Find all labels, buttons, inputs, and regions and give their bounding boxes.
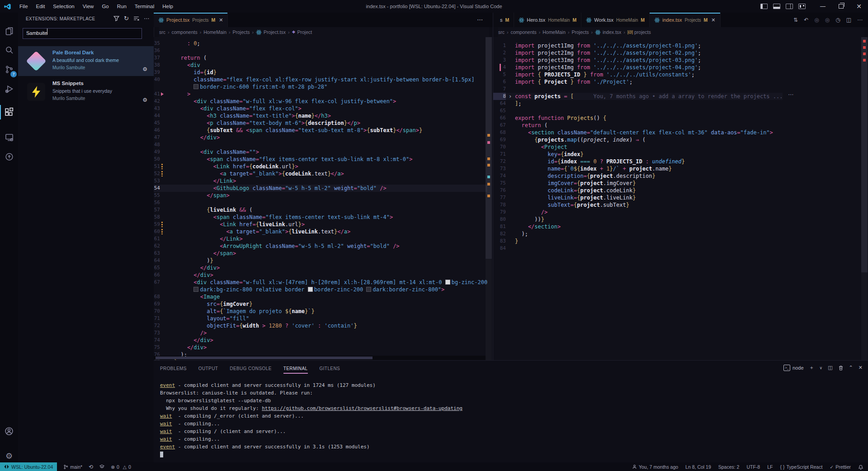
inline-more-indicator[interactable]: ⋯ <box>788 91 793 98</box>
terminal-profile[interactable]: >_node <box>783 365 803 371</box>
remote-indicator[interactable]: WSL: Ubuntu-22.04 <box>0 462 57 471</box>
code-line[interactable]: 44 <h3 className="text-title">{name}</h3… <box>154 112 487 119</box>
maximize-panel-icon[interactable]: ⌃ <box>849 365 853 371</box>
code-line[interactable]: 60 <a target="_blank">{liveLink.text}</a… <box>154 228 487 235</box>
split-editor-icon[interactable]: ◫ <box>846 17 851 23</box>
panel-tab-gitlens[interactable]: GITLENS <box>320 366 340 374</box>
scrollbar-right-editor[interactable] <box>861 37 868 361</box>
code-line[interactable]: 43 <div className="flex flex-col"> <box>154 105 487 112</box>
code-line[interactable]: 53 </Link> <box>154 177 487 185</box>
code-line[interactable]: 46 {subText && <span className="text-sub… <box>154 127 487 134</box>
code-line[interactable]: 59 <Link href={liveLink.url}> <box>154 221 487 228</box>
indentation-status[interactable]: Spaces: 2 <box>718 464 740 470</box>
code-line[interactable]: 37 return ( <box>154 54 487 62</box>
code-line[interactable]: 51 <Link href={codeLink.url}> <box>154 163 487 170</box>
code-line[interactable]: border-zinc-600 first:mt-0 mt-28 pb-28" <box>154 83 487 90</box>
run-debug-icon[interactable] <box>0 80 18 98</box>
menu-item-go[interactable]: Go <box>98 0 113 13</box>
tab-index-tsx[interactable]: index.tsxProjectsM✕ <box>650 13 721 27</box>
menu-item-view[interactable]: View <box>79 0 98 13</box>
gitlens-icon[interactable] <box>0 147 18 166</box>
tab-close-icon[interactable]: ✕ <box>711 17 715 23</box>
toggle-secondary-sidebar-icon[interactable] <box>786 4 793 9</box>
extensions-icon[interactable] <box>0 103 18 121</box>
code-line[interactable]: 75 imgCover={project.imgCover} <box>493 180 783 187</box>
code-line[interactable]: 80 ))} <box>493 216 783 223</box>
extension-item-ms-snippets[interactable]: MS Snippets Snippets that i use everyday… <box>18 77 154 107</box>
code-line[interactable]: 69 src={imgCover} <box>154 300 487 308</box>
code-line[interactable]: 5import { PROJECTS_ID } from '../../../u… <box>493 71 783 78</box>
code-line[interactable]: 45 <p className="text-body mt-6">{descri… <box>154 119 487 127</box>
code-line[interactable]: 62 <ArrowUpRight className="w-5 h-5 ml-2… <box>154 243 487 250</box>
tab-hero-tsx[interactable]: Hero.tsxHomeMainM <box>514 13 581 27</box>
code-line[interactable]: 56 <box>154 199 487 206</box>
eol-status[interactable]: LF <box>767 464 773 470</box>
code-line[interactable]: 82 ); <box>493 230 783 238</box>
remote-explorer-icon[interactable] <box>0 128 18 146</box>
close-panel-icon[interactable]: ✕ <box>859 365 863 371</box>
code-line[interactable]: 64 )} <box>154 257 487 264</box>
extensions-search-input[interactable]: Sambuite <box>23 28 142 39</box>
panel-tab-output[interactable]: OUTPUT <box>198 366 218 374</box>
toggle-sidebar-icon[interactable] <box>760 4 768 9</box>
branch-status[interactable]: main* <box>63 464 82 470</box>
breadcrumb-item-projects[interactable]: Projects <box>571 29 589 35</box>
extension-item-pale-boreal-dark[interactable]: Pale Boreal Dark A beautiful and cool da… <box>18 46 154 76</box>
code-line[interactable]: 38 <div <box>154 62 487 69</box>
search-icon[interactable] <box>0 41 18 59</box>
code-line[interactable]: 73 /> <box>154 329 487 337</box>
formatter-status[interactable]: ✓Prettier <box>830 464 851 470</box>
breadcrumb-item-src[interactable]: src <box>498 29 505 35</box>
more-actions-icon[interactable]: ⋯ <box>144 15 149 22</box>
panel-tab-problems[interactable]: PROBLEMS <box>160 366 187 374</box>
breadcrumb-item-components[interactable]: components <box>172 29 198 35</box>
code-line[interactable]: 84 <box>493 245 783 252</box>
kill-terminal-icon[interactable] <box>838 365 844 371</box>
next-change-icon[interactable]: ◎ <box>825 17 830 23</box>
split-terminal-icon[interactable]: ◫ <box>828 365 832 371</box>
code-line[interactable]: 66export function Projects() { <box>493 114 783 122</box>
code-line[interactable]: 4import project4Img from '../../../asset… <box>493 64 783 71</box>
extension-manage-gear-icon[interactable]: ⚙ <box>142 66 147 72</box>
code-line[interactable]: 66 </div> <box>154 271 487 279</box>
code-line[interactable]: 67 <div className="w-full xl:w-[47rem] h… <box>154 279 487 286</box>
breadcrumb-item-projects[interactable]: Projects <box>232 29 250 35</box>
layers-status[interactable] <box>99 464 104 469</box>
code-line[interactable]: 83} <box>493 238 783 245</box>
menu-item-file[interactable]: File <box>15 0 32 13</box>
code-line[interactable]: 72 id={index === 0 ? PROJECTS_ID : undef… <box>493 158 783 165</box>
tab-work-tsx[interactable]: Work.tsxHomeMainM <box>581 13 650 27</box>
code-line[interactable]: 78 subText={project.subText} <box>493 201 783 209</box>
cursor-position-status[interactable]: Ln 8, Col 19 <box>685 464 711 470</box>
refresh-icon[interactable]: ↻ <box>124 15 129 22</box>
clear-extensions-icon[interactable] <box>133 15 139 21</box>
code-line[interactable]: 70 <Project <box>493 143 783 151</box>
breadcrumb-item-project-tsx[interactable]: Project.tsx <box>256 29 286 35</box>
code-line[interactable]: 50 <span className="flex items-center te… <box>154 156 487 163</box>
scrollbar-left-editor[interactable] <box>486 37 492 361</box>
notifications-bell-icon[interactable] <box>858 464 863 470</box>
sync-status[interactable]: ⟲ <box>89 464 93 470</box>
code-line[interactable]: 74 description={project.description} <box>493 172 783 180</box>
code-line[interactable]: 74 </div> <box>154 337 487 344</box>
timeline-icon[interactable]: ◷ <box>835 17 840 23</box>
menu-item-help[interactable]: Help <box>158 0 177 13</box>
encoding-status[interactable]: UTF-8 <box>746 464 760 470</box>
code-line[interactable]: 7 <box>493 86 783 93</box>
more-actions-icon[interactable]: ⋯ <box>857 17 863 23</box>
code-line[interactable]: 2import project2Img from '../../../asset… <box>493 49 783 57</box>
code-line[interactable]: 79 /> <box>493 209 783 216</box>
code-line[interactable]: 71 key={index} <box>493 151 783 158</box>
discard-icon[interactable]: ↶ <box>804 17 808 23</box>
code-line[interactable]: 76 codeLink={project.codeLink} <box>493 187 783 194</box>
code-line[interactable]: 65 <box>493 107 783 114</box>
explorer-icon[interactable] <box>0 22 18 40</box>
problems-status[interactable]: ⊗0 △0 <box>111 464 131 470</box>
open-changes-icon[interactable]: ⇅ <box>793 17 798 23</box>
code-line[interactable]: 68 <section className="default-center fl… <box>493 129 783 136</box>
toggle-panel-icon[interactable] <box>773 4 780 9</box>
minimize-button[interactable]: — <box>814 0 832 13</box>
code-line[interactable]: 70 alt={`Imagem do projeto ${name}`} <box>154 308 487 315</box>
code-line[interactable]: 73 name={`0${index + 1}/` + project.name… <box>493 165 783 172</box>
breadcrumb-item-projects[interactable]: [@]projects <box>627 29 651 35</box>
